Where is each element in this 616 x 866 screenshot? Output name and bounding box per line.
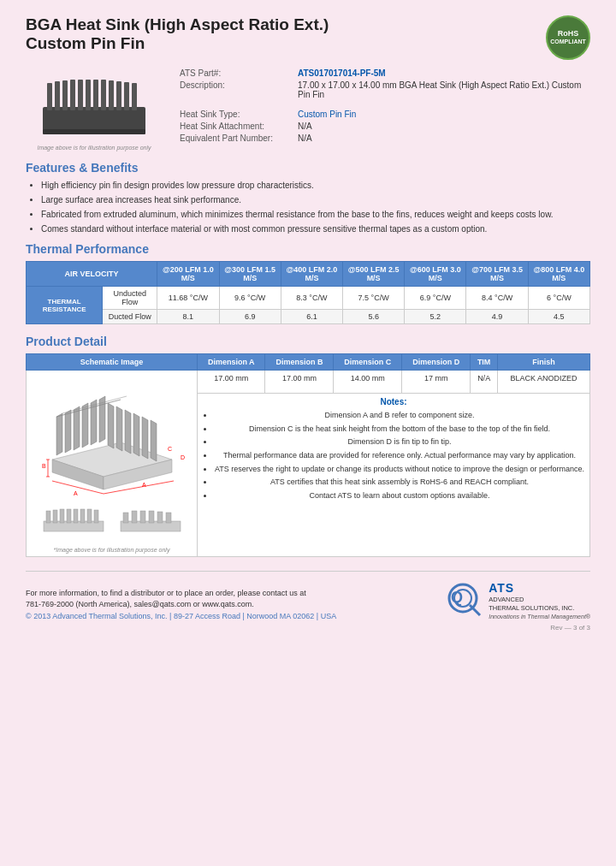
schematic-bottom-diagram bbox=[39, 508, 185, 543]
svg-rect-46 bbox=[74, 509, 78, 523]
part-number-value: ATS017017014-PF-5M bbox=[298, 68, 386, 78]
svg-rect-7 bbox=[93, 80, 98, 110]
svg-rect-43 bbox=[53, 510, 57, 523]
footer-right: Q ATS ADVANCED THERMAL SOLUTIONS, INC. I… bbox=[446, 580, 590, 620]
unducted-200: 11.68 °C/W bbox=[157, 287, 219, 310]
ducted-400: 6.1 bbox=[281, 310, 342, 324]
heat-sink-type-label: Heat Sink Type: bbox=[180, 110, 291, 119]
tim-value: N/A bbox=[471, 371, 498, 394]
feature-item-4: Comes standard without interface materia… bbox=[41, 223, 590, 235]
dim-a-header: Dimension A bbox=[198, 354, 265, 371]
features-list: High efficiency pin fin design provides … bbox=[41, 180, 590, 235]
note-1: Dimension A and B refer to component siz… bbox=[214, 410, 585, 421]
svg-marker-17 bbox=[56, 413, 62, 455]
description-row: Description: 17.00 x 17.00 x 14.00 mm BG… bbox=[180, 80, 590, 99]
dim-c-value: 14.00 mm bbox=[334, 371, 402, 394]
svg-marker-28 bbox=[151, 420, 157, 461]
ats-sub-text: ADVANCED bbox=[489, 596, 590, 604]
footer-section: For more information, to find a distribu… bbox=[26, 571, 590, 620]
svg-text:A: A bbox=[74, 490, 78, 496]
page: BGA Heat Sink (High Aspect Ratio Ext.) C… bbox=[0, 0, 616, 866]
schematic-image: B A A C D bbox=[35, 374, 189, 507]
svg-rect-12 bbox=[132, 83, 137, 110]
col-200lfm: @200 LFM 1.0 M/S bbox=[157, 262, 219, 287]
product-title-line2: Custom Pin Fin bbox=[26, 34, 329, 53]
schematic-header: Schematic Image bbox=[27, 354, 198, 371]
ats-sub-text2: THERMAL SOLUTIONS, INC. bbox=[489, 604, 590, 613]
dim-b-header: Dimension B bbox=[265, 354, 334, 371]
svg-rect-54 bbox=[149, 511, 154, 523]
phone-line: 781-769-2000 (North America), sales@qats… bbox=[26, 600, 336, 608]
svg-rect-1 bbox=[47, 83, 52, 110]
rohs-text: RoHS bbox=[558, 29, 579, 39]
description-label: Description: bbox=[180, 80, 291, 90]
svg-marker-27 bbox=[142, 417, 148, 459]
ats-logo: Q ATS ADVANCED THERMAL SOLUTIONS, INC. I… bbox=[446, 580, 590, 620]
svg-rect-11 bbox=[124, 82, 129, 110]
svg-rect-47 bbox=[80, 509, 85, 523]
part-number-label: ATS Part#: bbox=[180, 68, 291, 78]
unducted-300: 9.6 °C/W bbox=[219, 287, 281, 310]
feature-item-3: Fabricated from extruded aluminum, which… bbox=[41, 209, 590, 221]
product-image-area: Image above is for illustration purpose … bbox=[26, 68, 163, 154]
notes-cell: Notes: Dimension A and B refer to compon… bbox=[198, 394, 590, 557]
svg-rect-45 bbox=[67, 509, 71, 523]
svg-marker-24 bbox=[116, 406, 122, 451]
dim-b-value: 17.00 mm bbox=[265, 371, 334, 394]
svg-marker-26 bbox=[133, 413, 139, 456]
description-value: 17.00 x 17.00 x 14.00 mm BGA Heat Sink (… bbox=[298, 80, 590, 99]
attachment-label: Heat Sink Attachment: bbox=[180, 122, 291, 131]
svg-text:B: B bbox=[42, 463, 46, 469]
ats-tagline: Innovations in Thermal Management® bbox=[489, 613, 590, 620]
svg-marker-25 bbox=[125, 410, 131, 454]
svg-rect-42 bbox=[46, 511, 50, 523]
note-7: Contact ATS to learn about custom option… bbox=[214, 490, 585, 501]
svg-text:D: D bbox=[181, 454, 185, 460]
ducted-label: Ducted Flow bbox=[103, 310, 157, 324]
unducted-400: 8.3 °C/W bbox=[281, 287, 342, 310]
ducted-300: 6.9 bbox=[219, 310, 281, 324]
page-number: Rev — 3 of 3 bbox=[26, 624, 590, 632]
thermal-resistance-label: THERMAL RESISTANCE bbox=[27, 287, 103, 324]
note-6: ATS certifies that this heat sink assemb… bbox=[214, 477, 585, 488]
image-note: Image above is for illustration purpose … bbox=[37, 145, 151, 151]
svg-text:A: A bbox=[142, 482, 146, 488]
dim-a-value: 17.00 mm bbox=[198, 371, 265, 394]
info-product-section: Image above is for illustration purpose … bbox=[26, 68, 590, 154]
finish-value: BLACK ANODIZED bbox=[498, 371, 590, 394]
svg-rect-44 bbox=[60, 509, 64, 523]
col-500lfm: @500 LFM 2.5 M/S bbox=[343, 262, 405, 287]
dim-d-value: 17 mm bbox=[402, 371, 471, 394]
part-number-row: ATS Part#: ATS017017014-PF-5M bbox=[180, 68, 590, 78]
feature-item-1: High efficiency pin fin design provides … bbox=[41, 180, 590, 192]
svg-rect-8 bbox=[101, 80, 106, 110]
finish-header: Finish bbox=[498, 354, 590, 371]
thermal-table: AIR VELOCITY @200 LFM 1.0 M/S @300 LFM 1… bbox=[26, 261, 590, 324]
attachment-row: Heat Sink Attachment: N/A bbox=[180, 122, 590, 131]
svg-marker-18 bbox=[65, 410, 71, 453]
svg-rect-13 bbox=[43, 129, 145, 134]
svg-rect-3 bbox=[62, 80, 68, 110]
product-detail-table: Schematic Image Dimension A Dimension B … bbox=[26, 353, 590, 557]
svg-rect-0 bbox=[43, 107, 145, 131]
unducted-800: 6 °C/W bbox=[528, 287, 589, 310]
equivalent-part-value: N/A bbox=[298, 133, 312, 143]
heat-sink-type-row: Heat Sink Type: Custom Pin Fin bbox=[180, 110, 590, 119]
svg-marker-19 bbox=[74, 406, 80, 450]
ducted-200: 8.1 bbox=[157, 310, 219, 324]
svg-rect-49 bbox=[94, 510, 98, 523]
tim-header: TIM bbox=[471, 354, 498, 371]
note-3: Dimension D is fin tip to fin tip. bbox=[214, 436, 585, 448]
ducted-800: 4.5 bbox=[528, 310, 589, 324]
attachment-value: N/A bbox=[298, 122, 312, 131]
notes-title: Notes: bbox=[202, 397, 585, 406]
note-5: ATS reserves the right to update or chan… bbox=[214, 464, 585, 475]
features-title: Features & Benefits bbox=[26, 161, 590, 175]
schematic-image-note: *Image above is for illustration purpose… bbox=[31, 547, 192, 553]
air-velocity-header: AIR VELOCITY bbox=[27, 262, 157, 287]
ducted-500: 5.6 bbox=[343, 310, 405, 324]
col-300lfm: @300 LFM 1.5 M/S bbox=[219, 262, 281, 287]
svg-rect-6 bbox=[86, 80, 91, 110]
ducted-700: 4.9 bbox=[466, 310, 528, 324]
contact-line: For more information, to find a distribu… bbox=[26, 589, 336, 597]
